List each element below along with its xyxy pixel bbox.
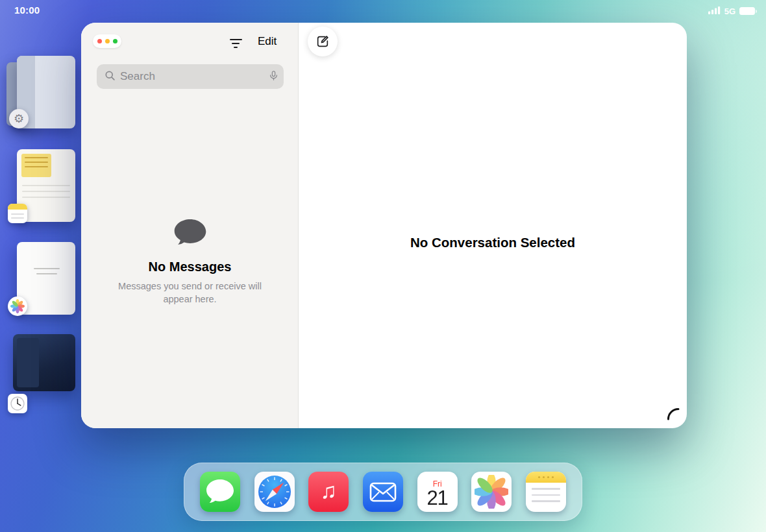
messages-window: Edit <box>81 23 687 428</box>
zoom-window-dot[interactable] <box>113 39 117 43</box>
chat-bubble-icon <box>173 217 208 252</box>
no-conversation-title: No Conversation Selected <box>299 235 687 250</box>
dark-window-preview <box>13 334 75 391</box>
search-input[interactable] <box>120 70 264 83</box>
no-messages-title: No Messages <box>149 260 232 274</box>
note-highlight-block <box>21 154 51 177</box>
dock-icon-notes[interactable] <box>526 472 566 512</box>
clock-app-icon <box>8 394 27 413</box>
dock-icon-music[interactable]: ♫ <box>308 472 349 512</box>
stage-thumbnail-photos[interactable] <box>5 242 78 319</box>
dock-icon-safari[interactable] <box>254 472 295 512</box>
settings-app-icon: ⚙ <box>9 109 29 128</box>
ipad-screen: 10:00 5G ⚙ <box>0 0 766 532</box>
sidebar-empty-state: No Messages Messages you send or receive… <box>81 217 299 306</box>
status-bar: 10:00 5G <box>0 0 766 19</box>
dock: ♫ Fri 21 <box>184 463 582 521</box>
network-type-label: 5G <box>724 6 735 16</box>
stage-thumbnail-settings[interactable]: ⚙ <box>5 56 78 132</box>
window-resize-handle[interactable] <box>666 407 680 424</box>
calendar-day: 21 <box>426 488 447 509</box>
dictation-mic-icon[interactable] <box>268 70 279 84</box>
minimize-window-dot[interactable] <box>105 39 110 43</box>
photos-flower-icon <box>10 298 25 314</box>
gear-icon: ⚙ <box>14 113 24 125</box>
notes-yellow-band <box>526 472 566 483</box>
edit-button[interactable]: Edit <box>258 35 277 48</box>
no-messages-description: Messages you send or receive will appear… <box>109 280 271 306</box>
safari-compass-icon <box>254 472 295 512</box>
dock-icon-mail[interactable] <box>363 472 403 512</box>
messages-bubble-icon <box>200 472 240 512</box>
window-controls[interactable] <box>93 34 121 48</box>
search-bar[interactable] <box>97 64 284 89</box>
dock-icon-calendar[interactable]: Fri 21 <box>417 472 458 512</box>
notes-paper-lines <box>526 483 566 512</box>
notes-app-icon <box>8 204 27 223</box>
battery-icon <box>739 7 757 15</box>
clock-face-icon <box>9 395 26 412</box>
stage-thumbnail-clock[interactable] <box>5 333 78 416</box>
clock-time: 10:00 <box>14 5 40 16</box>
stage-thumbnail-notes[interactable] <box>5 149 78 226</box>
photos-flower-icon <box>475 475 508 509</box>
compose-icon <box>315 34 330 49</box>
close-window-dot[interactable] <box>97 39 102 43</box>
compose-button[interactable] <box>308 27 338 56</box>
mail-envelope-icon <box>363 472 403 512</box>
search-icon <box>105 70 116 84</box>
dock-icon-photos[interactable] <box>471 472 512 512</box>
photos-app-icon <box>8 296 27 316</box>
music-note-icon: ♫ <box>321 479 338 502</box>
dock-icon-messages[interactable] <box>200 472 240 512</box>
filter-button[interactable] <box>225 33 246 54</box>
cellular-signal-icon <box>708 5 721 17</box>
